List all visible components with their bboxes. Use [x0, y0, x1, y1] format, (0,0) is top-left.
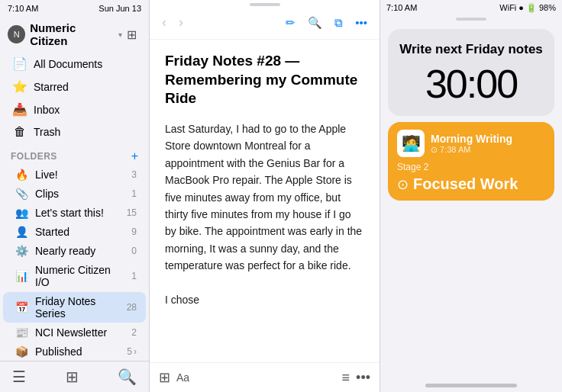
sidebar-item-label: All Documents: [34, 58, 137, 70]
status-bar-right: 7:10 AM WiFi ● 🔋 98%: [380, 0, 562, 15]
timer-widget-title: Write next Friday notes: [399, 41, 544, 58]
list-view-button[interactable]: ☰: [12, 368, 26, 386]
timer-widget-value: 30:00: [399, 64, 544, 104]
folder-badge: 9: [131, 227, 137, 237]
right-spacer: [380, 207, 562, 379]
sidebar-item-label: Inbox: [34, 104, 137, 116]
sidebar-item-published[interactable]: 📦 Published 5 ›: [3, 342, 146, 361]
newspaper-icon: 📰: [14, 326, 29, 339]
focus-title-row: Morning Writing ⊙ 7:38 AM: [431, 133, 512, 155]
folder-label: Nearly ready: [35, 245, 125, 257]
wifi-icon: WiFi: [499, 3, 516, 12]
inbox-icon: 📥: [12, 102, 27, 117]
date-display: Sun Jun 13: [99, 4, 141, 13]
right-time: 7:10 AM: [386, 3, 417, 12]
footer-more-button[interactable]: •••: [356, 370, 370, 386]
expand-icon: ›: [134, 346, 137, 357]
edit-button[interactable]: ✏: [283, 14, 299, 31]
copy-button[interactable]: ⧉: [331, 14, 346, 31]
folder-label: Clips: [35, 188, 125, 200]
sidebar-toggle-button[interactable]: ⊞: [122, 24, 141, 44]
document-icon: 📄: [12, 56, 27, 71]
folder-badge: 1: [131, 188, 137, 199]
lines-button[interactable]: ≡: [342, 370, 350, 386]
star-icon: ⭐: [12, 79, 27, 94]
focus-name: Morning Writing: [431, 133, 512, 145]
sidebar-item-clips[interactable]: 📎 Clips 1: [3, 185, 146, 203]
back-button[interactable]: ‹: [159, 13, 170, 32]
sidebar-item-inbox[interactable]: 📥 Inbox: [3, 98, 146, 120]
box-icon: 📦: [14, 345, 29, 358]
folder-label: Live!: [35, 169, 125, 181]
sidebar-item-nearly-ready[interactable]: ⚙️ Nearly ready 0: [3, 242, 146, 260]
battery-icon: 🔋: [526, 3, 537, 13]
folder-badge: 15: [127, 207, 137, 218]
search-button[interactable]: 🔍: [305, 14, 325, 31]
chart-icon: 📊: [14, 270, 29, 282]
middle-drag-indicator: [150, 0, 380, 6]
folder-label: Numeric Citizen I/O: [35, 264, 125, 288]
sidebar-item-friday-notes-series[interactable]: 📅 Friday Notes Series 28: [3, 292, 146, 323]
document-toolbar: ‹ › ✏ 🔍 ⧉ •••: [150, 6, 380, 40]
grid-view-button[interactable]: ⊞: [66, 368, 79, 386]
calendar-icon: 📅: [14, 301, 29, 313]
folder-badge: 28: [127, 302, 137, 313]
sidebar-item-started[interactable]: 👤 Started 9: [3, 223, 146, 241]
group-icon: 👥: [14, 207, 29, 219]
home-bar: [425, 384, 517, 387]
forward-button[interactable]: ›: [176, 13, 186, 32]
focus-header: 🧑‍💻 Morning Writing ⊙ 7:38 AM: [397, 130, 545, 157]
sidebar-item-starred[interactable]: ⭐ Starred: [3, 76, 146, 98]
left-sidebar: 7:10 AM Sun Jun 13 N Numeric Citizen ▾ ⊞…: [0, 0, 150, 392]
sidebar-item-label: Starred: [34, 81, 137, 93]
focus-widget[interactable]: 🧑‍💻 Morning Writing ⊙ 7:38 AM Stage 2 ⊙ …: [388, 122, 554, 201]
sidebar-item-trash[interactable]: 🗑 Trash: [3, 121, 146, 143]
folders-section-header: Folders +: [0, 143, 149, 165]
document-footer: ⊞ Aa ≡ •••: [150, 362, 380, 392]
right-drag-indicator: [380, 15, 562, 23]
signal-icon: ●: [518, 3, 524, 12]
focus-work-icon: ⊙: [397, 176, 409, 193]
trash-icon: 🗑: [12, 125, 27, 139]
app-title: Numeric Citizen: [30, 21, 114, 47]
font-format-button[interactable]: Aa: [176, 371, 189, 384]
status-bar-left: 7:10 AM Sun Jun 13: [0, 0, 149, 17]
person-icon: 👤: [14, 226, 29, 238]
gear-icon: ⚙️: [14, 245, 29, 257]
focus-app-icon: 🧑‍💻: [397, 130, 425, 157]
sidebar-item-numeric-citizen-io[interactable]: 📊 Numeric Citizen I/O 1: [3, 261, 146, 291]
sidebar-item-lets-start-this[interactable]: 👥 Let's start this! 15: [3, 204, 146, 222]
clip-icon: 📎: [14, 188, 29, 200]
document-title: Friday Notes #28 — Remembering my Commut…: [165, 52, 364, 108]
timer-widget[interactable]: Write next Friday notes 30:00: [388, 29, 554, 116]
folder-badge: 2: [131, 327, 137, 338]
folder-label: Published: [35, 345, 121, 358]
app-title-row[interactable]: N Numeric Citizen ▾: [8, 21, 122, 47]
sidebar-item-label: Trash: [34, 126, 137, 138]
folder-label: NCI Newsletter: [35, 326, 125, 339]
avatar: N: [8, 25, 25, 43]
folder-badge: 1: [131, 271, 137, 281]
folder-badge: 5 ›: [127, 346, 137, 357]
search-button[interactable]: 🔍: [118, 368, 137, 386]
folder-label: Started: [35, 226, 125, 238]
folder-label: Let's start this!: [35, 207, 121, 219]
battery-text: 98%: [539, 3, 556, 12]
folder-badge: 0: [131, 246, 137, 256]
fire-icon: 🔥: [14, 169, 29, 181]
right-panel: 7:10 AM WiFi ● 🔋 98% Write next Friday n…: [380, 0, 562, 392]
document-body[interactable]: Last Saturday, I had to go to the Apple …: [165, 120, 364, 308]
document-panel: ‹ › ✏ 🔍 ⧉ ••• Friday Notes #28 — Remembe…: [150, 0, 380, 392]
document-content: Friday Notes #28 — Remembering my Commut…: [150, 40, 380, 362]
sidebar-item-live[interactable]: 🔥 Live! 3: [3, 165, 146, 184]
sidebar-item-nci-newsletter[interactable]: 📰 NCI Newsletter 2: [3, 323, 146, 342]
image-insert-button[interactable]: ⊞: [159, 369, 170, 386]
more-button[interactable]: •••: [352, 14, 370, 31]
home-indicator: [380, 379, 562, 392]
sidebar-list: 📄 All Documents ⭐ Starred 📥 Inbox 🗑 Tras…: [0, 50, 149, 361]
folder-label: Friday Notes Series: [35, 295, 121, 320]
sidebar-item-all-documents[interactable]: 📄 All Documents: [3, 53, 146, 75]
add-folder-button[interactable]: +: [131, 149, 138, 163]
focus-work-label: Focused Work: [413, 175, 518, 193]
status-icons: WiFi ● 🔋 98%: [499, 3, 556, 13]
